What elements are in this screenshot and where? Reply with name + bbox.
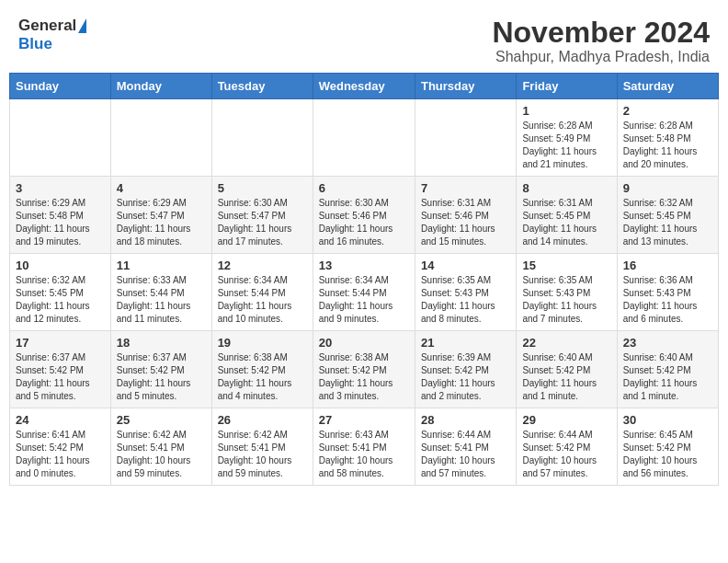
calendar-cell: 12Sunrise: 6:34 AM Sunset: 5:44 PM Dayli… xyxy=(211,254,313,331)
day-info: Sunrise: 6:28 AM Sunset: 5:48 PM Dayligh… xyxy=(623,120,712,171)
day-info: Sunrise: 6:40 AM Sunset: 5:42 PM Dayligh… xyxy=(522,351,610,403)
day-info: Sunrise: 6:41 AM Sunset: 5:42 PM Dayligh… xyxy=(16,429,105,480)
day-number: 5 xyxy=(218,181,307,195)
calendar-cell: 20Sunrise: 6:38 AM Sunset: 5:42 PM Dayli… xyxy=(313,331,415,408)
day-number: 24 xyxy=(16,413,105,427)
weekday-header-tuesday: Tuesday xyxy=(211,74,313,99)
calendar-cell: 21Sunrise: 6:39 AM Sunset: 5:42 PM Dayli… xyxy=(415,331,516,408)
day-number: 11 xyxy=(117,259,206,272)
day-number: 2 xyxy=(623,104,712,118)
weekday-header-friday: Friday xyxy=(517,74,617,99)
day-number: 22 xyxy=(522,336,610,350)
day-number: 13 xyxy=(319,259,409,272)
day-number: 30 xyxy=(623,413,712,427)
calendar-cell xyxy=(415,99,516,177)
day-number: 4 xyxy=(117,181,206,195)
calendar-cell: 13Sunrise: 6:34 AM Sunset: 5:44 PM Dayli… xyxy=(313,254,415,331)
day-info: Sunrise: 6:40 AM Sunset: 5:42 PM Dayligh… xyxy=(623,351,712,403)
day-info: Sunrise: 6:29 AM Sunset: 5:48 PM Dayligh… xyxy=(16,197,105,248)
day-info: Sunrise: 6:32 AM Sunset: 5:45 PM Dayligh… xyxy=(623,197,712,248)
calendar-cell: 30Sunrise: 6:45 AM Sunset: 5:42 PM Dayli… xyxy=(617,408,718,486)
calendar-cell: 22Sunrise: 6:40 AM Sunset: 5:42 PM Dayli… xyxy=(517,331,617,408)
day-info: Sunrise: 6:38 AM Sunset: 5:42 PM Dayligh… xyxy=(319,351,409,403)
calendar-cell: 16Sunrise: 6:36 AM Sunset: 5:43 PM Dayli… xyxy=(617,254,718,331)
day-number: 26 xyxy=(218,413,307,427)
calendar-cell: 3Sunrise: 6:29 AM Sunset: 5:48 PM Daylig… xyxy=(10,177,111,254)
day-info: Sunrise: 6:33 AM Sunset: 5:44 PM Dayligh… xyxy=(117,274,206,326)
day-info: Sunrise: 6:31 AM Sunset: 5:46 PM Dayligh… xyxy=(421,197,510,248)
day-info: Sunrise: 6:44 AM Sunset: 5:42 PM Dayligh… xyxy=(522,429,610,480)
calendar-week-row: 3Sunrise: 6:29 AM Sunset: 5:48 PM Daylig… xyxy=(10,177,719,254)
calendar-week-row: 1Sunrise: 6:28 AM Sunset: 5:49 PM Daylig… xyxy=(10,99,719,177)
page-header: General Blue November 2024 Shahpur, Madh… xyxy=(0,0,728,73)
day-info: Sunrise: 6:43 AM Sunset: 5:41 PM Dayligh… xyxy=(319,429,409,480)
calendar-header-row: SundayMondayTuesdayWednesdayThursdayFrid… xyxy=(10,74,719,99)
day-number: 16 xyxy=(623,259,712,272)
calendar-cell: 26Sunrise: 6:42 AM Sunset: 5:41 PM Dayli… xyxy=(211,408,313,486)
calendar-cell: 17Sunrise: 6:37 AM Sunset: 5:42 PM Dayli… xyxy=(10,331,111,408)
weekday-header-wednesday: Wednesday xyxy=(313,74,415,99)
calendar-week-row: 24Sunrise: 6:41 AM Sunset: 5:42 PM Dayli… xyxy=(10,408,719,486)
day-info: Sunrise: 6:42 AM Sunset: 5:41 PM Dayligh… xyxy=(117,429,206,480)
calendar-cell: 15Sunrise: 6:35 AM Sunset: 5:43 PM Dayli… xyxy=(517,254,617,331)
calendar-week-row: 10Sunrise: 6:32 AM Sunset: 5:45 PM Dayli… xyxy=(10,254,719,331)
calendar-table: SundayMondayTuesdayWednesdayThursdayFrid… xyxy=(9,73,719,486)
day-number: 1 xyxy=(522,104,610,118)
day-number: 14 xyxy=(421,259,510,272)
calendar-cell: 28Sunrise: 6:44 AM Sunset: 5:41 PM Dayli… xyxy=(415,408,516,486)
month-title: November 2024 xyxy=(492,17,710,49)
day-info: Sunrise: 6:28 AM Sunset: 5:49 PM Dayligh… xyxy=(522,120,610,171)
day-number: 25 xyxy=(117,413,206,427)
day-info: Sunrise: 6:35 AM Sunset: 5:43 PM Dayligh… xyxy=(522,274,610,326)
logo-triangle-icon xyxy=(78,18,86,33)
day-info: Sunrise: 6:35 AM Sunset: 5:43 PM Dayligh… xyxy=(421,274,510,326)
logo: General Blue xyxy=(18,17,86,53)
weekday-header-monday: Monday xyxy=(110,74,211,99)
day-info: Sunrise: 6:34 AM Sunset: 5:44 PM Dayligh… xyxy=(319,274,409,326)
day-number: 29 xyxy=(522,413,610,427)
calendar-cell: 14Sunrise: 6:35 AM Sunset: 5:43 PM Dayli… xyxy=(415,254,516,331)
day-number: 9 xyxy=(623,181,712,195)
day-info: Sunrise: 6:32 AM Sunset: 5:45 PM Dayligh… xyxy=(16,274,105,326)
calendar-cell: 6Sunrise: 6:30 AM Sunset: 5:46 PM Daylig… xyxy=(313,177,415,254)
weekday-header-thursday: Thursday xyxy=(415,74,516,99)
day-number: 19 xyxy=(218,336,307,350)
calendar-cell: 8Sunrise: 6:31 AM Sunset: 5:45 PM Daylig… xyxy=(517,177,617,254)
calendar-cell: 18Sunrise: 6:37 AM Sunset: 5:42 PM Dayli… xyxy=(110,331,211,408)
calendar-cell: 10Sunrise: 6:32 AM Sunset: 5:45 PM Dayli… xyxy=(10,254,111,331)
day-info: Sunrise: 6:34 AM Sunset: 5:44 PM Dayligh… xyxy=(218,274,307,326)
day-info: Sunrise: 6:30 AM Sunset: 5:46 PM Dayligh… xyxy=(319,197,409,248)
calendar-cell xyxy=(211,99,313,177)
location-subtitle: Shahpur, Madhya Pradesh, India xyxy=(492,49,710,65)
day-info: Sunrise: 6:29 AM Sunset: 5:47 PM Dayligh… xyxy=(117,197,206,248)
day-info: Sunrise: 6:30 AM Sunset: 5:47 PM Dayligh… xyxy=(218,197,307,248)
calendar-cell: 19Sunrise: 6:38 AM Sunset: 5:42 PM Dayli… xyxy=(211,331,313,408)
calendar-cell: 2Sunrise: 6:28 AM Sunset: 5:48 PM Daylig… xyxy=(617,99,718,177)
weekday-header-sunday: Sunday xyxy=(10,74,111,99)
calendar-cell: 5Sunrise: 6:30 AM Sunset: 5:47 PM Daylig… xyxy=(211,177,313,254)
calendar-cell: 7Sunrise: 6:31 AM Sunset: 5:46 PM Daylig… xyxy=(415,177,516,254)
day-info: Sunrise: 6:31 AM Sunset: 5:45 PM Dayligh… xyxy=(522,197,610,248)
logo-general: General xyxy=(18,17,76,35)
day-info: Sunrise: 6:37 AM Sunset: 5:42 PM Dayligh… xyxy=(117,351,206,403)
day-info: Sunrise: 6:37 AM Sunset: 5:42 PM Dayligh… xyxy=(16,351,105,403)
day-number: 23 xyxy=(623,336,712,350)
day-number: 8 xyxy=(522,181,610,195)
day-number: 28 xyxy=(421,413,510,427)
calendar-cell: 29Sunrise: 6:44 AM Sunset: 5:42 PM Dayli… xyxy=(517,408,617,486)
day-number: 20 xyxy=(319,336,409,350)
calendar-week-row: 17Sunrise: 6:37 AM Sunset: 5:42 PM Dayli… xyxy=(10,331,719,408)
day-number: 6 xyxy=(319,181,409,195)
day-number: 12 xyxy=(218,259,307,272)
logo-blue: Blue xyxy=(18,35,52,53)
day-info: Sunrise: 6:38 AM Sunset: 5:42 PM Dayligh… xyxy=(218,351,307,403)
calendar-cell: 9Sunrise: 6:32 AM Sunset: 5:45 PM Daylig… xyxy=(617,177,718,254)
calendar-cell: 1Sunrise: 6:28 AM Sunset: 5:49 PM Daylig… xyxy=(517,99,617,177)
day-info: Sunrise: 6:44 AM Sunset: 5:41 PM Dayligh… xyxy=(421,429,510,480)
day-info: Sunrise: 6:42 AM Sunset: 5:41 PM Dayligh… xyxy=(218,429,307,480)
calendar-cell: 25Sunrise: 6:42 AM Sunset: 5:41 PM Dayli… xyxy=(110,408,211,486)
day-number: 21 xyxy=(421,336,510,350)
title-block: November 2024 Shahpur, Madhya Pradesh, I… xyxy=(492,17,710,65)
calendar-cell: 24Sunrise: 6:41 AM Sunset: 5:42 PM Dayli… xyxy=(10,408,111,486)
day-number: 10 xyxy=(16,259,105,272)
